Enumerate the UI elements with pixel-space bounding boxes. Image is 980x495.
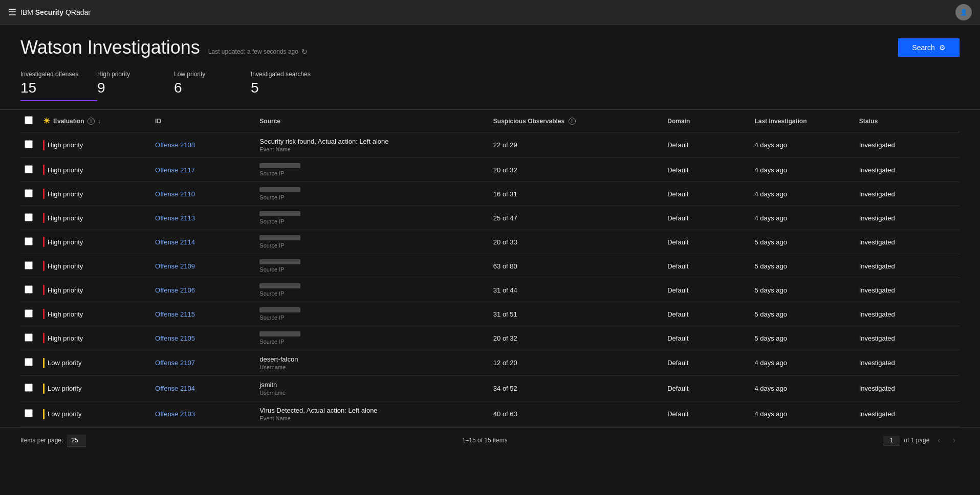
row-checkbox-cell bbox=[20, 326, 39, 350]
table-row: Low priority Offense 2103 Virus Detected… bbox=[20, 401, 960, 427]
table-row: Low priority Offense 2104 jsmithUsername… bbox=[20, 376, 960, 401]
id-cell[interactable]: Offense 2107 bbox=[151, 350, 255, 376]
id-cell[interactable]: Offense 2106 bbox=[151, 278, 255, 302]
avatar[interactable]: 👤 bbox=[955, 4, 972, 20]
domain-cell: Default bbox=[663, 206, 750, 230]
last-investigation-cell: 4 days ago bbox=[750, 401, 855, 427]
row-checkbox-cell bbox=[20, 350, 39, 376]
status-cell: Investigated bbox=[855, 206, 960, 230]
id-cell[interactable]: Offense 2113 bbox=[151, 206, 255, 230]
domain-cell: Default bbox=[663, 230, 750, 254]
observables-cell: 40 of 63 bbox=[489, 401, 663, 427]
stat-value-3: 5 bbox=[251, 80, 311, 96]
last-investigation-cell: 5 days ago bbox=[750, 254, 855, 278]
observables-cell: 25 of 47 bbox=[489, 206, 663, 230]
status-cell: Investigated bbox=[855, 302, 960, 326]
pagination: of 1 page ‹ › bbox=[883, 434, 960, 447]
row-checkbox-cell bbox=[20, 278, 39, 302]
row-checkbox[interactable] bbox=[25, 409, 33, 417]
items-count: 1–15 of 15 items bbox=[462, 437, 508, 444]
table-row: High priority Offense 2114 Source IP 20 … bbox=[20, 230, 960, 254]
last-investigation-cell: 5 days ago bbox=[750, 302, 855, 326]
id-cell[interactable]: Offense 2110 bbox=[151, 182, 255, 206]
source-cell-td: Source IP bbox=[255, 326, 489, 350]
table-body: High priority Offense 2108 Security risk… bbox=[20, 132, 960, 427]
sort-icon[interactable]: ↓ bbox=[98, 118, 101, 125]
row-checkbox[interactable] bbox=[25, 140, 33, 148]
id-cell[interactable]: Offense 2115 bbox=[151, 302, 255, 326]
priority-cell: High priority bbox=[39, 302, 151, 326]
id-cell[interactable]: Offense 2105 bbox=[151, 326, 255, 350]
domain-cell: Default bbox=[663, 401, 750, 427]
page-input[interactable] bbox=[883, 436, 900, 445]
source-type: Event Name bbox=[259, 146, 485, 152]
last-investigation-cell: 4 days ago bbox=[750, 376, 855, 401]
th-observables: Suspicious Observables i bbox=[489, 110, 663, 132]
id-cell[interactable]: Offense 2117 bbox=[151, 158, 255, 182]
domain-cell: Default bbox=[663, 278, 750, 302]
th-evaluation: ☀ Evaluation i ↓ bbox=[39, 110, 151, 132]
prev-page-button[interactable]: ‹ bbox=[933, 434, 944, 447]
row-checkbox[interactable] bbox=[25, 213, 33, 221]
table-row: High priority Offense 2110 Source IP 16 … bbox=[20, 182, 960, 206]
priority-label: High priority bbox=[48, 310, 83, 318]
source-text: Security risk found, Actual action: Left… bbox=[259, 138, 485, 145]
domain-cell: Default bbox=[663, 376, 750, 401]
source-type: Source IP bbox=[259, 266, 485, 273]
id-cell[interactable]: Offense 2109 bbox=[151, 254, 255, 278]
blurred-source bbox=[259, 163, 300, 168]
items-per-page-label: Items per page: bbox=[20, 437, 63, 444]
per-page-select[interactable]: 25 50 100 bbox=[67, 435, 86, 446]
top-navigation: ☰ IBM Security QRadar 👤 bbox=[0, 0, 980, 25]
table-container: ☀ Evaluation i ↓ ID Source Suspicious Ob… bbox=[0, 110, 980, 427]
th-source: Source bbox=[255, 110, 489, 132]
priority-label: High priority bbox=[48, 141, 83, 149]
brand-label: IBM Security QRadar bbox=[20, 8, 91, 16]
brand-area: ☰ IBM Security QRadar bbox=[8, 7, 91, 18]
row-checkbox[interactable] bbox=[25, 333, 33, 342]
domain-cell: Default bbox=[663, 302, 750, 326]
row-checkbox[interactable] bbox=[25, 237, 33, 245]
row-checkbox[interactable] bbox=[25, 384, 33, 392]
priority-label: High priority bbox=[48, 334, 83, 342]
blurred-source bbox=[259, 283, 300, 288]
priority-label: High priority bbox=[48, 166, 83, 174]
last-investigation-cell: 5 days ago bbox=[750, 230, 855, 254]
priority-cell: High priority bbox=[39, 132, 151, 158]
priority-label: Low priority bbox=[48, 385, 81, 392]
row-checkbox-cell bbox=[20, 132, 39, 158]
table-row: High priority Offense 2105 Source IP 20 … bbox=[20, 326, 960, 350]
source-cell: Source IP bbox=[259, 163, 485, 176]
id-cell[interactable]: Offense 2104 bbox=[151, 376, 255, 401]
hamburger-menu-icon[interactable]: ☰ bbox=[8, 7, 16, 18]
priority-label: High priority bbox=[48, 190, 83, 198]
source-cell-td: jsmithUsername bbox=[255, 376, 489, 401]
next-page-button[interactable]: › bbox=[949, 434, 960, 447]
row-checkbox[interactable] bbox=[25, 358, 33, 366]
source-cell-td: desert-falconUsername bbox=[255, 350, 489, 376]
stat-label-1: High priority bbox=[97, 71, 158, 78]
observables-cell: 34 of 52 bbox=[489, 376, 663, 401]
row-checkbox[interactable] bbox=[25, 285, 33, 294]
refresh-icon[interactable]: ↻ bbox=[301, 48, 308, 56]
row-checkbox[interactable] bbox=[25, 309, 33, 318]
priority-label: High priority bbox=[48, 214, 83, 222]
select-all-checkbox[interactable] bbox=[25, 116, 33, 124]
source-cell: Source IP bbox=[259, 187, 485, 200]
search-button[interactable]: Search ⚙ bbox=[898, 38, 960, 57]
row-checkbox[interactable] bbox=[25, 165, 33, 173]
id-cell[interactable]: Offense 2108 bbox=[151, 132, 255, 158]
evaluation-info-icon[interactable]: i bbox=[88, 118, 95, 125]
id-cell[interactable]: Offense 2114 bbox=[151, 230, 255, 254]
blurred-source bbox=[259, 187, 300, 192]
observables-info-icon[interactable]: i bbox=[569, 118, 576, 125]
status-cell: Investigated bbox=[855, 376, 960, 401]
priority-cell: Low priority bbox=[39, 376, 151, 401]
stat-item-2: Low priority 6 bbox=[174, 66, 251, 101]
row-checkbox[interactable] bbox=[25, 189, 33, 197]
last-investigation-cell: 5 days ago bbox=[750, 326, 855, 350]
row-checkbox[interactable] bbox=[25, 261, 33, 269]
status-cell: Investigated bbox=[855, 158, 960, 182]
ibm-label: IBM bbox=[20, 8, 33, 16]
id-cell[interactable]: Offense 2103 bbox=[151, 401, 255, 427]
